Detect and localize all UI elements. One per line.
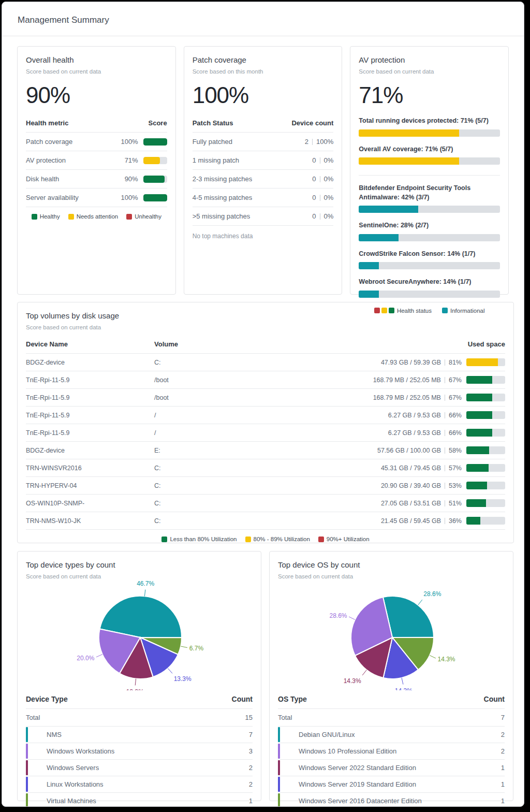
volume-used-space: 6.27 GB / 9.53 GB66% bbox=[388, 411, 505, 419]
health-legend: HealthyNeeds attentionUnhealthy bbox=[26, 213, 167, 220]
health-status-swatch bbox=[381, 308, 387, 313]
device-name-column: Device Name bbox=[26, 340, 154, 348]
health-score-column: Score bbox=[149, 119, 167, 127]
device-type-row: Windows Servers2 bbox=[26, 760, 253, 776]
device-os-table-header: OS Type Count bbox=[278, 690, 505, 709]
patch-status-row: 4-5 missing patches00% bbox=[193, 189, 334, 207]
health-metric-score: 90% bbox=[125, 175, 138, 183]
health-status-swatches bbox=[374, 308, 394, 313]
patch-status-row: >5 missing patches00% bbox=[193, 207, 334, 226]
device-type-label: Windows Servers bbox=[47, 760, 99, 776]
device-os-color-tick bbox=[278, 777, 280, 792]
patch-pct: 100% bbox=[316, 138, 333, 146]
device-type-label: NMS bbox=[47, 727, 62, 743]
value-divider bbox=[445, 430, 445, 436]
device-count-column: Device count bbox=[291, 119, 333, 127]
patch-coverage-card: Patch coverage Score based on this month… bbox=[184, 46, 343, 295]
volume-usage-text: 57.56 GB / 100.00 GB bbox=[377, 447, 441, 454]
health-metric-score: 100% bbox=[121, 194, 138, 201]
value-divider bbox=[445, 377, 445, 383]
value-divider bbox=[445, 518, 445, 524]
volume-used-space: 168.79 MB / 252.05 MB67% bbox=[373, 394, 505, 401]
health-metric-row: Server availability100% bbox=[26, 189, 167, 207]
device-types-pie-chart: 46.7%6.7%13.3%13.3%20.0% bbox=[26, 581, 253, 690]
volume-usage-pct: 66% bbox=[449, 412, 462, 419]
health-metric-value: 100% bbox=[121, 194, 167, 201]
volume-row: TnE-Rpi-11-5.9/6.27 GB / 9.53 GB66% bbox=[26, 424, 505, 442]
health-metric-bar bbox=[143, 157, 167, 164]
health-metric-bar-fill bbox=[143, 138, 167, 146]
patch-device-count: 2100% bbox=[305, 138, 333, 146]
device-type-count: 7 bbox=[249, 727, 253, 743]
health-metric-rows: Patch coverage100%AV protection71%Disk h… bbox=[26, 133, 167, 207]
volumes-legend-swatch bbox=[161, 536, 167, 542]
av-product-stat-bar-fill bbox=[359, 206, 418, 213]
health-metric-label: AV protection bbox=[26, 156, 66, 164]
value-divider bbox=[445, 359, 445, 366]
volumes-legend-item: Less than 80% Utilization bbox=[161, 536, 237, 542]
pie-cards-row: Top device types by count Score based on… bbox=[17, 551, 509, 801]
device-type-label: Linux Workstations bbox=[47, 776, 104, 792]
av-product-stat: SentinelOne: 28% (2/7) bbox=[359, 221, 500, 241]
health-metric-bar bbox=[143, 194, 167, 201]
used-space-column: Used space bbox=[468, 340, 505, 348]
pie-label-debian-gnu-linux: 28.6% bbox=[423, 590, 441, 598]
volume-device-name: TnE-Rpi-11-5.9 bbox=[26, 394, 154, 401]
volumes-legend-item: 80% - 89% Utilization bbox=[245, 536, 310, 542]
volume-name: /boot bbox=[154, 376, 373, 384]
top-volumes-subtitle: Score based on current data bbox=[26, 324, 505, 330]
health-legend-label: Unhealthy bbox=[135, 213, 161, 220]
patch-count: 0 bbox=[312, 212, 316, 220]
av-product-stat-label: CrowdStrike Falcon Sensor: 14% (1/7) bbox=[359, 250, 500, 259]
volume-usage-bar-fill bbox=[466, 358, 498, 366]
device-os-count: 1 bbox=[501, 760, 505, 776]
av-product-stat-label: Bitdefender Endpoint Security Tools Anti… bbox=[359, 184, 500, 202]
volume-usage-bar bbox=[466, 517, 505, 525]
av-protection-title: AV protection bbox=[359, 55, 500, 64]
management-summary-page: Management Summary Overall health Score … bbox=[2, 2, 524, 807]
device-types-subtitle: Score based on current data bbox=[26, 573, 253, 579]
volume-used-space: 27.05 GB / 53.51 GB51% bbox=[381, 499, 505, 507]
av-summary-stat-bar bbox=[359, 129, 500, 137]
pie-label-leader bbox=[430, 656, 436, 659]
volume-usage-pct: 53% bbox=[449, 482, 462, 489]
health-metric-bar-fill bbox=[143, 157, 160, 164]
volumes-legend-item: 90%+ Utilization bbox=[318, 536, 370, 542]
device-os-color-tick bbox=[278, 793, 280, 807]
health-metric-bar-fill bbox=[143, 194, 167, 201]
patch-pct: 0% bbox=[324, 175, 334, 183]
volume-usage-bar bbox=[466, 411, 505, 419]
volume-name: C: bbox=[154, 482, 381, 489]
device-os-total-row: Total 7 bbox=[278, 709, 505, 727]
device-os-label: Windows Server 2016 Datacenter Edition bbox=[299, 793, 422, 807]
pie-label-windows-servers: 13.3% bbox=[126, 688, 144, 691]
volume-usage-pct: 58% bbox=[449, 447, 462, 454]
volume-row: TRN-NMS-W10-JKC:21.45 GB / 59.45 GB36% bbox=[26, 512, 505, 530]
volume-name: C: bbox=[154, 465, 381, 472]
av-product-stat: Webroot SecureAnywhere: 14% (1/7) bbox=[359, 278, 500, 298]
device-type-label: Windows Workstations bbox=[47, 743, 114, 759]
pie-label-leader bbox=[418, 600, 422, 605]
patch-pct: 0% bbox=[324, 194, 334, 201]
volume-usage-text: 47.93 GB / 59.39 GB bbox=[381, 359, 441, 366]
device-type-color-tick bbox=[26, 760, 28, 775]
device-type-row: NMS7 bbox=[26, 727, 253, 743]
volume-device-name: TnE-Rpi-11-5.9 bbox=[26, 412, 154, 419]
total-label: Total bbox=[278, 714, 292, 721]
volume-row: TnE-Rpi-11-5.9/boot168.79 MB / 252.05 MB… bbox=[26, 389, 505, 407]
patch-status-label: Fully patched bbox=[193, 138, 232, 146]
volumes-legend-swatch bbox=[245, 536, 251, 542]
pie-label-windows-server-2016-datacenter-edition: 14.3% bbox=[438, 656, 455, 663]
volume-row: BDGZ-deviceE:57.56 GB / 100.00 GB58% bbox=[26, 442, 505, 459]
page-content: Overall health Score based on current da… bbox=[2, 36, 524, 807]
volume-used-space: 45.31 GB / 79.45 GB57% bbox=[381, 464, 505, 472]
overall-health-score: 90% bbox=[26, 82, 167, 108]
volume-usage-text: 20.90 GB / 39.40 GB bbox=[381, 482, 441, 489]
av-summary-stat-label: Overall AV coverage: 71% (5/7) bbox=[359, 145, 500, 154]
volume-usage-pct: 67% bbox=[449, 394, 462, 401]
os-count-column: Count bbox=[484, 695, 505, 703]
device-type-label: Virtual Machines bbox=[47, 793, 96, 807]
health-legend-item: Needs attention bbox=[68, 213, 119, 220]
value-divider bbox=[320, 195, 320, 201]
volume-name: C: bbox=[154, 500, 381, 507]
